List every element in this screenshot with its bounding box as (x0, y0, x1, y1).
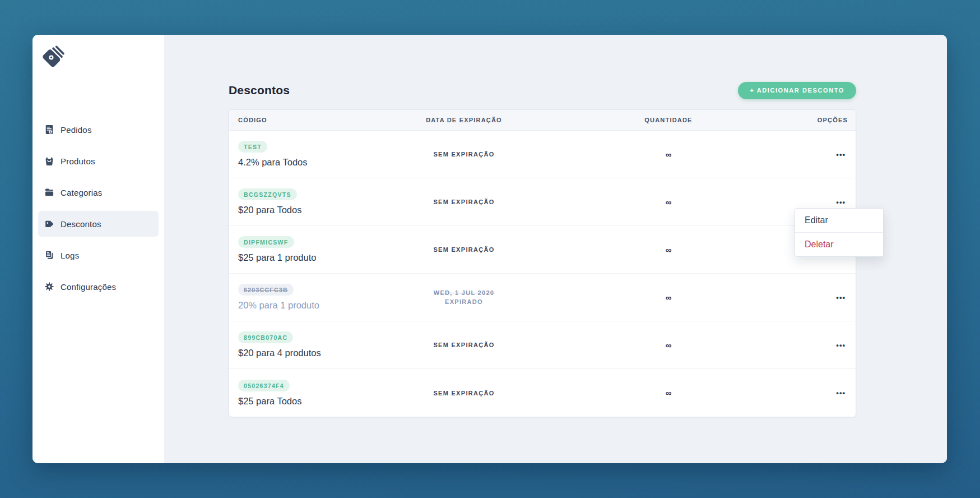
code-cell: BCGSZZQVTS $20 para Todos (229, 188, 386, 215)
table-header: CÓDIGO DATA DE EXPIRAÇÃO QUANTIDADE OPÇÕ… (229, 110, 856, 131)
expiration-main: WED, 1 JUL 2020 (386, 289, 542, 296)
sidebar-nav: $ Pedidos Produtos (32, 117, 164, 299)
quantity-cell: ∞ (542, 388, 795, 398)
quantity-value: ∞ (666, 293, 672, 302)
options-menu-button[interactable]: ••• (833, 338, 849, 353)
table-row: DIPFMICSWF $25 para 1 produto SEM EXPIRA… (229, 226, 856, 274)
sidebar-item-pedidos[interactable]: $ Pedidos (38, 117, 159, 142)
wallet-logo-icon (42, 45, 68, 71)
discount-code-badge: 6203CCFC3B (238, 284, 294, 296)
sidebar: $ Pedidos Produtos (32, 35, 164, 463)
options-cell: ••• (795, 147, 856, 162)
expiration-main: SEM EXPIRAÇÃO (386, 199, 542, 205)
column-header-expiracao: DATA DE EXPIRAÇÃO (386, 117, 542, 123)
expiration-main: SEM EXPIRAÇÃO (386, 342, 542, 348)
quantity-value: ∞ (666, 388, 672, 398)
column-header-codigo: CÓDIGO (229, 117, 386, 123)
tag-icon (44, 218, 55, 229)
menu-item-deletar[interactable]: Deletar (795, 232, 883, 256)
options-cell: ••• (795, 290, 856, 305)
discount-table-body: TEST 4.2% para Todos SEM EXPIRAÇÃO ∞ •••… (229, 131, 856, 417)
code-cell: TEST 4.2% para Todos (229, 141, 386, 168)
row-context-menu: Editar Deletar (795, 208, 884, 257)
sidebar-item-produtos[interactable]: Produtos (38, 148, 159, 174)
expiration-main: SEM EXPIRAÇÃO (386, 151, 542, 158)
discount-name: $20 para 4 produtos (238, 348, 386, 358)
column-header-opcoes: OPÇÕES (795, 117, 856, 123)
gear-icon (44, 281, 55, 292)
sidebar-item-categorias[interactable]: Categorias (38, 179, 159, 205)
options-menu-button[interactable]: ••• (833, 195, 849, 210)
discount-code-badge: TEST (238, 141, 267, 153)
discount-name: 4.2% para Todos (238, 157, 386, 168)
quantity-cell: ∞ (542, 245, 795, 255)
table-row: 6203CCFC3B 20% para 1 produto WED, 1 JUL… (229, 274, 856, 321)
quantity-cell: ∞ (542, 340, 795, 350)
logs-icon (44, 250, 55, 261)
code-cell: DIPFMICSWF $25 para 1 produto (229, 236, 386, 263)
table-row: 899CB070AC $20 para 4 produtos SEM EXPIR… (229, 321, 856, 369)
quantity-value: ∞ (666, 245, 672, 255)
options-cell: ••• (795, 385, 856, 400)
discount-code-badge: 899CB070AC (238, 331, 293, 343)
expiration-note: EXPIRADO (386, 298, 542, 305)
code-cell: 6203CCFC3B 20% para 1 produto (229, 284, 386, 311)
quantity-cell: ∞ (542, 150, 795, 159)
expiration-main: SEM EXPIRAÇÃO (386, 246, 542, 253)
folder-icon (44, 187, 55, 198)
code-cell: 05026374F4 $25 para Todos (229, 380, 386, 407)
quantity-value: ∞ (666, 197, 672, 207)
expiration-cell: SEM EXPIRAÇÃO (386, 151, 542, 158)
sidebar-item-label: Produtos (61, 156, 95, 166)
options-cell: ••• (795, 195, 856, 210)
options-menu-button[interactable]: ••• (833, 385, 849, 400)
sidebar-item-label: Pedidos (61, 125, 92, 135)
table-row: BCGSZZQVTS $20 para Todos SEM EXPIRAÇÃO … (229, 178, 856, 226)
column-header-quantidade: QUANTIDADE (542, 117, 795, 123)
menu-item-editar[interactable]: Editar (795, 209, 883, 232)
discount-code-badge: BCGSZZQVTS (238, 188, 297, 200)
expiration-cell: SEM EXPIRAÇÃO (386, 199, 542, 205)
discount-name: $25 para 1 produto (238, 252, 386, 263)
quantity-value: ∞ (666, 150, 672, 159)
add-discount-button[interactable]: + ADICIONAR DESCONTO (738, 82, 856, 99)
sidebar-item-label: Configurações (61, 282, 116, 292)
table-row: TEST 4.2% para Todos SEM EXPIRAÇÃO ∞ ••• (229, 131, 856, 178)
expiration-cell: SEM EXPIRAÇÃO (386, 246, 542, 253)
sidebar-item-descontos[interactable]: Descontos (38, 211, 159, 237)
discount-name: $20 para Todos (238, 205, 386, 215)
expiration-main: SEM EXPIRAÇÃO (386, 390, 542, 396)
quantity-value: ∞ (666, 340, 672, 350)
options-menu-button[interactable]: ••• (833, 147, 849, 162)
discounts-table: CÓDIGO DATA DE EXPIRAÇÃO QUANTIDADE OPÇÕ… (229, 109, 856, 417)
sidebar-item-logs[interactable]: Logs (38, 242, 159, 268)
page-title: Descontos (229, 84, 290, 97)
table-row: 05026374F4 $25 para Todos SEM EXPIRAÇÃO … (229, 369, 856, 417)
quantity-cell: ∞ (542, 197, 795, 207)
receipt-icon: $ (44, 124, 55, 135)
expiration-cell: SEM EXPIRAÇÃO (386, 390, 542, 396)
sidebar-item-label: Logs (61, 251, 79, 260)
quantity-cell: ∞ (542, 293, 795, 302)
discount-name: 20% para 1 produto (238, 300, 386, 311)
expiration-cell: WED, 1 JUL 2020 EXPIRADO (386, 289, 542, 305)
expiration-cell: SEM EXPIRAÇÃO (386, 342, 542, 348)
sidebar-item-configuracoes[interactable]: Configurações (38, 274, 159, 299)
options-menu-button[interactable]: ••• (833, 290, 849, 305)
sidebar-item-label: Descontos (61, 219, 101, 229)
discount-code-badge: 05026374F4 (238, 380, 290, 391)
sidebar-item-label: Categorias (61, 188, 103, 197)
discount-code-badge: DIPFMICSWF (238, 236, 294, 248)
discount-name: $25 para Todos (238, 396, 386, 407)
code-cell: 899CB070AC $20 para 4 produtos (229, 331, 386, 358)
bag-icon (44, 155, 55, 167)
options-cell: ••• (795, 338, 856, 353)
